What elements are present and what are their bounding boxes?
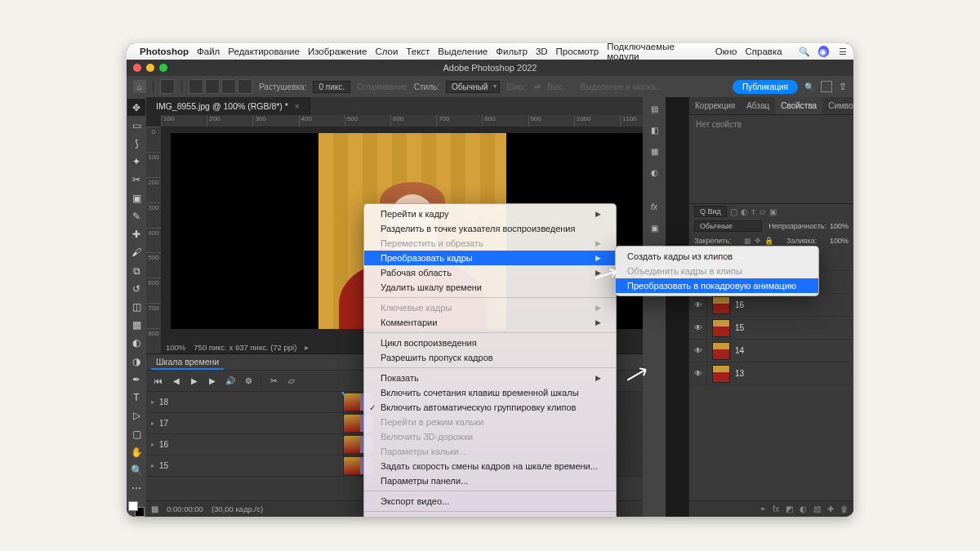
menu-item[interactable]: ✓Включить автоматическую группировку кли… [364,400,616,415]
tab-character[interactable]: Символ [822,97,853,114]
zoom-level[interactable]: 100% [166,343,185,352]
select-and-mask-button[interactable]: Выделение и маска... [581,82,662,91]
frame-tool-icon[interactable]: ▣ [127,189,145,207]
select-add-icon[interactable] [205,79,220,94]
info-chevron-icon[interactable]: ▸ [305,343,309,352]
blend-mode-select[interactable]: Обычные [694,220,762,232]
styles-panel-icon[interactable]: fx [646,198,662,215]
layer-row[interactable]: 👁13 [689,362,853,385]
feather-input[interactable]: 0 пикс. [313,81,350,93]
home-icon[interactable]: ⌂ [133,80,146,93]
pen-tool-icon[interactable]: ✒ [127,371,145,388]
visibility-icon[interactable]: 👁 [689,294,707,316]
menu-item[interactable]: Задать скорость смены кадров на шкале вр… [364,459,616,473]
menu-item[interactable]: Преобразовать кадры▶ [364,251,616,265]
menubar-app[interactable]: Photoshop [140,47,189,56]
menu-3d[interactable]: 3D [536,47,548,56]
select-subtract-icon[interactable] [221,79,236,94]
crop-tool-icon[interactable]: ✂ [127,171,145,189]
filter-type-icon[interactable]: T [751,207,756,216]
layer-row[interactable]: 👁14 [689,340,853,362]
timeline-tab[interactable]: Шкала времени [151,355,224,370]
menu-image[interactable]: Изображение [308,47,367,56]
lasso-tool-icon[interactable]: ⟆ [127,135,145,152]
wand-tool-icon[interactable]: ✦ [127,153,145,171]
tool-preset-icon[interactable] [160,79,175,94]
path-tool-icon[interactable]: ▷ [127,407,145,424]
move-tool-icon[interactable]: ✥ [127,99,145,116]
document-tab[interactable]: IMG_8955.jpg @ 100% (RGB/8*) * × [146,97,310,115]
siri-icon[interactable]: ◉ [818,46,830,57]
group-icon[interactable]: ▧ [813,504,821,513]
delete-layer-icon[interactable]: 🗑 [840,504,849,513]
gradient-tool-icon[interactable]: ▦ [127,317,145,334]
blur-tool-icon[interactable]: ◐ [127,335,145,352]
menu-edit[interactable]: Редактирование [228,47,300,56]
filter-smart-icon[interactable]: ▣ [769,207,777,216]
menu-item[interactable]: Параметры панели... [364,473,616,488]
new-layer-icon[interactable]: ✚ [827,504,834,513]
next-frame-icon[interactable]: ▶ [205,374,220,389]
submenu-item[interactable]: Преобразовать в покадровую анимацию [616,278,818,293]
publish-button[interactable]: Публикация [733,80,798,94]
menu-item[interactable]: Перейти к кадру▶ [364,207,616,221]
history-panel-icon[interactable]: ▤ [646,100,662,117]
menu-filter[interactable]: Фильтр [496,47,528,56]
play-icon[interactable]: ▶ [187,374,202,389]
menu-select[interactable]: Выделение [438,47,488,56]
minimize-icon[interactable] [146,64,154,72]
menu-plugins[interactable]: Подключаемые модули [607,43,707,61]
transition-icon[interactable]: ▱ [284,374,299,389]
menu-item[interactable]: Включить сочетания клавиш временной шкал… [364,385,616,400]
search-icon[interactable]: 🔍 [799,46,810,57]
fill-value[interactable]: 100% [830,237,849,245]
settings-icon[interactable]: ⚙ [241,374,256,389]
menu-item[interactable]: Рабочая область▶ [364,265,616,280]
split-icon[interactable]: ✂ [266,374,281,389]
dodge-tool-icon[interactable]: ◑ [127,353,145,370]
hand-tool-icon[interactable]: ✋ [127,443,145,460]
submenu-item[interactable]: Создать кадры из клипов [616,249,818,264]
layer-row[interactable]: 👁15 [689,317,853,340]
share-icon[interactable]: ⇪ [839,81,847,92]
mask-icon[interactable]: ◩ [786,504,793,513]
frame-mode-icon[interactable]: ▦ [151,504,158,513]
menu-item[interactable]: Закрыть [364,514,616,517]
eyedropper-tool-icon[interactable]: ✎ [127,207,145,224]
menu-item[interactable]: Разделить в точке указателя воспроизведе… [364,221,616,236]
workspace-icon[interactable] [821,81,832,92]
stamp-tool-icon[interactable]: ⧉ [127,262,145,279]
tab-properties[interactable]: Свойства [775,97,822,114]
menu-item[interactable]: Разрешить пропуск кадров [364,350,616,365]
heal-tool-icon[interactable]: ✚ [127,226,145,243]
filter-shape-icon[interactable]: ▱ [760,207,766,216]
edit-toolbar-icon[interactable]: ⋯ [127,480,145,497]
menu-file[interactable]: Файл [197,47,220,56]
lock-all-icon[interactable]: 🔒 [764,237,773,245]
zoom-tool-icon[interactable]: 🔍 [127,461,145,478]
control-center-icon[interactable]: ☰ [837,46,849,57]
style-select[interactable]: Обычный [446,81,500,93]
menu-item[interactable]: Экспорт видео... [364,494,616,509]
brush-tool-icon[interactable]: 🖌 [127,244,145,261]
menu-help[interactable]: Справка [745,47,782,56]
history-brush-icon[interactable]: ↺ [127,280,145,297]
lock-pixels-icon[interactable]: ▦ [744,237,751,245]
fg-color-swatch[interactable] [128,501,138,511]
libraries-panel-icon[interactable]: ▣ [646,220,662,236]
menu-layers[interactable]: Слои [375,47,398,56]
menu-item[interactable]: Комментарии▶ [364,315,616,330]
tab-paragraph[interactable]: Абзац [741,97,775,114]
link-layers-icon[interactable]: ⚭ [760,504,766,513]
adjust-panel-icon[interactable]: ◐ [646,164,662,180]
tab-correction[interactable]: Коррекция [689,97,741,114]
eraser-tool-icon[interactable]: ◫ [127,298,145,315]
menu-view[interactable]: Просмотр [556,47,599,56]
layer-row[interactable]: 👁16 [689,294,853,317]
visibility-icon[interactable]: 👁 [689,317,707,339]
layers-kind-select[interactable]: Q Вид [694,206,727,217]
adjustment-icon[interactable]: ◐ [800,504,807,513]
close-tab-icon[interactable]: × [295,102,300,111]
marquee-tool-icon[interactable]: ▭ [127,117,145,134]
filter-adjust-icon[interactable]: ◐ [741,207,748,216]
